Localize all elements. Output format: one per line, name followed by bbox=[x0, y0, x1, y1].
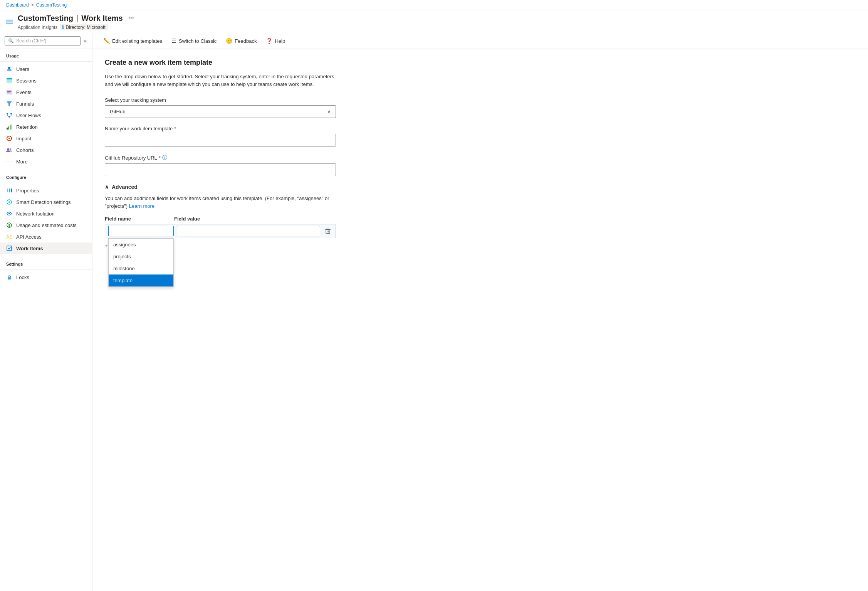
advanced-label: Advanced bbox=[112, 184, 138, 190]
dropdown-arrow-icon: ∨ bbox=[327, 109, 331, 114]
sidebar-item-events-label: Events bbox=[16, 89, 32, 95]
svg-text:$: $ bbox=[8, 224, 10, 227]
svg-rect-18 bbox=[7, 189, 8, 192]
svg-point-17 bbox=[10, 148, 12, 150]
suggestion-template[interactable]: template bbox=[109, 274, 173, 286]
sidebar-item-smart-detection-label: Smart Detection settings bbox=[16, 199, 71, 205]
sidebar: 🔍 Search (Ctrl+/) « Usage Users Sessions bbox=[0, 33, 92, 591]
suggestion-milestone[interactable]: milestone bbox=[109, 263, 173, 274]
sidebar-item-more[interactable]: ··· More bbox=[0, 156, 92, 167]
edit-templates-label: Edit existing templates bbox=[112, 38, 162, 44]
sidebar-item-network-isolation-label: Network Isolation bbox=[16, 211, 55, 217]
svg-point-15 bbox=[8, 138, 10, 139]
advanced-section: ∧ Advanced You can add additional fields… bbox=[105, 184, 856, 250]
suggestions-dropdown: assignees projects milestone template bbox=[108, 238, 174, 287]
more-icon: ··· bbox=[6, 158, 12, 165]
sidebar-item-smart-detection[interactable]: Smart Detection settings bbox=[0, 196, 92, 208]
sidebar-search-area: 🔍 Search (Ctrl+/) « bbox=[0, 33, 92, 49]
breadcrumb-current[interactable]: CustomTesting bbox=[36, 2, 67, 8]
app-name: CustomTesting bbox=[18, 14, 73, 23]
sidebar-item-users[interactable]: Users bbox=[0, 63, 92, 75]
configure-section: Configure bbox=[0, 170, 92, 183]
events-icon bbox=[6, 89, 12, 95]
svg-point-22 bbox=[8, 213, 10, 214]
edit-templates-button[interactable]: ✏️ Edit existing templates bbox=[99, 35, 167, 47]
usage-section-label: Usage bbox=[0, 49, 92, 60]
search-box[interactable]: 🔍 Search (Ctrl+/) bbox=[5, 36, 81, 45]
search-icon: 🔍 bbox=[8, 38, 14, 44]
sidebar-item-events[interactable]: Events bbox=[0, 86, 92, 98]
svg-rect-2 bbox=[7, 78, 12, 79]
title-separator: | bbox=[76, 14, 78, 23]
sidebar-item-network-isolation[interactable]: Network Isolation bbox=[0, 208, 92, 219]
tracking-system-group: Select your tracking system GitHub ∨ bbox=[105, 97, 856, 118]
svg-rect-11 bbox=[8, 126, 9, 130]
sidebar-item-user-flows[interactable]: User Flows bbox=[0, 109, 92, 121]
svg-rect-10 bbox=[7, 128, 8, 130]
sidebar-item-retention[interactable]: Retention bbox=[0, 121, 92, 133]
sidebar-item-work-items[interactable]: Work Items bbox=[0, 242, 92, 254]
sidebar-item-locks[interactable]: Locks bbox=[0, 271, 92, 283]
sidebar-item-cohorts[interactable]: Cohorts bbox=[0, 144, 92, 156]
advanced-header[interactable]: ∧ Advanced bbox=[105, 184, 856, 190]
svg-rect-3 bbox=[7, 90, 12, 94]
required-star: * bbox=[174, 126, 176, 131]
github-url-group: GitHub Repository URL * ⓘ bbox=[105, 154, 856, 176]
ellipsis-button[interactable]: ··· bbox=[126, 13, 136, 23]
sidebar-item-funnels[interactable]: Funnels bbox=[0, 98, 92, 109]
breadcrumb: Dashboard > CustomTesting bbox=[0, 0, 868, 10]
github-url-label: GitHub Repository URL * ⓘ bbox=[105, 154, 856, 161]
sidebar-item-usage-costs-label: Usage and estimated costs bbox=[16, 222, 77, 228]
feedback-icon: 🙂 bbox=[226, 38, 232, 44]
field-value-header: Field value bbox=[174, 216, 336, 222]
configure-divider bbox=[0, 183, 92, 183]
sidebar-item-retention-label: Retention bbox=[16, 124, 38, 130]
collapse-sidebar-button[interactable]: « bbox=[83, 37, 87, 45]
learn-more-link[interactable]: Learn more bbox=[129, 203, 154, 209]
fields-table: Field name Field value assignees project… bbox=[105, 216, 336, 238]
switch-classic-button[interactable]: ☰ Switch to Classic bbox=[167, 35, 221, 47]
properties-icon bbox=[6, 187, 12, 194]
field-value-input[interactable] bbox=[177, 226, 320, 236]
sidebar-item-usage-costs[interactable]: $ Usage and estimated costs bbox=[0, 219, 92, 231]
svg-rect-5 bbox=[7, 93, 10, 93]
tracking-system-dropdown[interactable]: GitHub ∨ bbox=[105, 105, 336, 118]
usage-costs-icon: $ bbox=[6, 222, 12, 228]
user-flows-icon bbox=[6, 112, 12, 118]
sidebar-item-properties[interactable]: Properties bbox=[0, 185, 92, 196]
help-icon: ❓ bbox=[266, 38, 272, 44]
template-name-input[interactable] bbox=[105, 134, 336, 146]
sidebar-item-more-label: More bbox=[16, 159, 28, 165]
breadcrumb-separator: > bbox=[31, 2, 34, 8]
sidebar-item-users-label: Users bbox=[16, 66, 29, 72]
smart-detection-icon bbox=[6, 199, 12, 205]
template-name-label: Name your work item template * bbox=[105, 126, 856, 131]
help-label: Help bbox=[275, 38, 285, 44]
settings-section-label: Settings bbox=[0, 257, 92, 268]
breadcrumb-dashboard[interactable]: Dashboard bbox=[6, 2, 29, 8]
tracking-system-label: Select your tracking system bbox=[105, 97, 856, 103]
sidebar-item-impact[interactable]: Impact bbox=[0, 133, 92, 144]
sidebar-item-work-items-label: Work Items bbox=[16, 246, 43, 251]
feedback-button[interactable]: 🙂 Feedback bbox=[221, 35, 261, 47]
suggestion-assignees[interactable]: assignees bbox=[109, 239, 173, 251]
help-button[interactable]: ❓ Help bbox=[261, 35, 290, 47]
hamburger-menu[interactable] bbox=[6, 20, 13, 24]
section-name: Work Items bbox=[81, 14, 123, 23]
chevron-up-icon: ∧ bbox=[105, 184, 109, 190]
sidebar-item-properties-label: Properties bbox=[16, 188, 39, 194]
tracking-system-value: GitHub bbox=[110, 109, 125, 114]
field-name-input[interactable] bbox=[108, 226, 174, 236]
sidebar-item-sessions[interactable]: Sessions bbox=[0, 75, 92, 86]
sidebar-item-api-access[interactable]: API Access bbox=[0, 231, 92, 242]
form-title: Create a new work item template bbox=[105, 59, 856, 67]
required-star-url: * bbox=[159, 155, 161, 161]
directory-label: Directory: Microsoft bbox=[65, 25, 105, 30]
subtitle-appinsights: Application Insights bbox=[18, 25, 57, 30]
github-url-input[interactable] bbox=[105, 163, 336, 176]
delete-row-button[interactable] bbox=[323, 227, 332, 236]
edit-icon: ✏️ bbox=[103, 38, 110, 44]
suggestion-projects[interactable]: projects bbox=[109, 251, 173, 263]
sidebar-item-cohorts-label: Cohorts bbox=[16, 147, 34, 153]
field-row: assignees projects milestone template bbox=[105, 224, 336, 238]
